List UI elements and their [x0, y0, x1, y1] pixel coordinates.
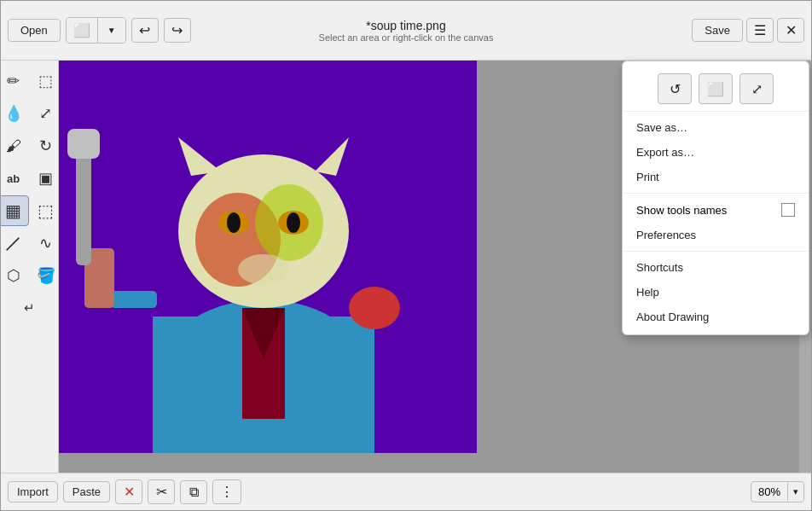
- export-as-label: Export as…: [636, 146, 694, 159]
- title-bar-right: Save ☰ ✕: [692, 18, 804, 43]
- app-window: Open ⬜ ▼ ↩ ↪ *soup time.png Select an ar…: [0, 0, 812, 511]
- preferences-label: Preferences: [636, 229, 696, 241]
- title-bar: Open ⬜ ▼ ↩ ↪ *soup time.png Select an ar…: [1, 1, 811, 61]
- dropdown-new-button[interactable]: ⬜: [699, 73, 733, 104]
- bottom-right: 80% ▾: [751, 481, 804, 502]
- text-tool[interactable]: ab: [1, 163, 29, 194]
- zoom-level: 80%: [751, 482, 787, 502]
- svg-point-16: [227, 212, 241, 233]
- menu-print[interactable]: Print: [623, 165, 809, 189]
- hamburger-button[interactable]: ☰: [746, 18, 774, 43]
- menu-shortcuts[interactable]: Shortcuts: [623, 255, 809, 280]
- import-button[interactable]: Import: [8, 481, 58, 502]
- dropdown-expand-button[interactable]: ⤢: [740, 73, 774, 104]
- more-button[interactable]: ⋮: [212, 479, 241, 504]
- eyedropper-tool[interactable]: 💧: [1, 98, 29, 129]
- rect-select-tool[interactable]: ▦: [1, 195, 29, 226]
- print-label: Print: [636, 171, 659, 183]
- shortcuts-label: Shortcuts: [636, 261, 683, 274]
- menu-export-as[interactable]: Export as…: [623, 140, 809, 165]
- rotate-tool[interactable]: ↻: [31, 131, 61, 161]
- help-label: Help: [636, 286, 659, 299]
- border-tool[interactable]: ▣: [31, 163, 61, 194]
- menu-save-as[interactable]: Save as…: [623, 115, 809, 140]
- svg-point-20: [349, 287, 400, 329]
- cat-figure: [59, 61, 477, 453]
- svg-rect-8: [67, 129, 100, 159]
- show-tools-label: Show tools names: [636, 204, 727, 217]
- fill-tool[interactable]: 🪣: [31, 260, 61, 291]
- redo-button[interactable]: ↪: [164, 18, 191, 43]
- close-button[interactable]: ✕: [777, 18, 804, 43]
- tool-row-5: ▦ ⬚: [1, 195, 61, 226]
- paste-button[interactable]: Paste: [63, 481, 110, 502]
- line-tool[interactable]: |: [1, 222, 35, 265]
- cut-button[interactable]: ✂: [148, 479, 175, 504]
- curve-tool[interactable]: ∿: [31, 228, 61, 258]
- separator-1: [623, 193, 809, 194]
- bottom-bar: Import Paste ✕ ✂ ⧉ ⋮ 80% ▾: [1, 473, 811, 510]
- undo-button[interactable]: ↩: [131, 18, 159, 43]
- canvas-image[interactable]: no more soup for you: [59, 61, 477, 453]
- svg-rect-5: [110, 291, 157, 308]
- about-label: About Drawing: [636, 311, 709, 323]
- new-file-group: ⬜ ▼: [66, 17, 126, 44]
- zoom-control[interactable]: 80% ▾: [751, 481, 804, 502]
- tool-row-4: ab ▣: [1, 163, 61, 194]
- svg-point-19: [238, 254, 289, 285]
- tool-row-6: | ∿: [1, 228, 61, 258]
- filename-label: *soup time.png: [319, 19, 494, 32]
- free-select-tool[interactable]: ⬚: [31, 195, 61, 226]
- title-bar-left: Open ⬜ ▼ ↩ ↪: [8, 17, 191, 44]
- paint-tool[interactable]: 🖌: [1, 131, 29, 161]
- erase-tool[interactable]: ↵: [14, 293, 45, 323]
- save-as-label: Save as…: [636, 121, 687, 134]
- separator-2: [623, 251, 809, 252]
- subtitle-label: Select an area or right-click on the can…: [319, 32, 494, 43]
- title-center: *soup time.png Select an area or right-c…: [319, 19, 494, 43]
- show-tools-checkbox[interactable]: [781, 203, 795, 217]
- save-button[interactable]: Save: [692, 19, 743, 42]
- zoom-dropdown[interactable]: ▾: [787, 483, 803, 501]
- pencil-tool[interactable]: ✏: [1, 66, 29, 96]
- tool-row-8: ↵: [14, 293, 45, 323]
- menu-help[interactable]: Help: [623, 280, 809, 305]
- tool-row-2: 💧 ⤢: [1, 98, 61, 129]
- tool-row-3: 🖌 ↻: [1, 131, 61, 161]
- left-toolbar: ✏ ⬚ 💧 ⤢ 🖌 ↻ ab ▣ ▦ ⬚ | ∿: [1, 61, 59, 473]
- new-file-button[interactable]: ⬜: [67, 18, 98, 43]
- shape-tool[interactable]: ⬡: [1, 260, 29, 291]
- svg-point-17: [287, 212, 300, 233]
- tool-row-7: ⬡ 🪣: [1, 260, 61, 291]
- crop-tool[interactable]: ⬚: [31, 66, 61, 96]
- zoom-tool[interactable]: ⤢: [31, 98, 61, 129]
- new-file-dropdown[interactable]: ▼: [98, 18, 125, 43]
- menu-preferences[interactable]: Preferences: [623, 223, 809, 247]
- clear-button[interactable]: ✕: [115, 479, 142, 504]
- dropdown-reload-button[interactable]: ↺: [658, 73, 692, 104]
- tool-row-1: ✏ ⬚: [1, 66, 61, 96]
- copy-button[interactable]: ⧉: [180, 480, 207, 504]
- dropdown-top-buttons: ↺ ⬜ ⤢: [623, 67, 809, 112]
- menu-about[interactable]: About Drawing: [623, 305, 809, 329]
- dropdown-menu: ↺ ⬜ ⤢ Save as… Export as… Print Show too…: [622, 61, 809, 335]
- open-button[interactable]: Open: [8, 19, 61, 42]
- menu-show-tools[interactable]: Show tools names: [623, 197, 809, 223]
